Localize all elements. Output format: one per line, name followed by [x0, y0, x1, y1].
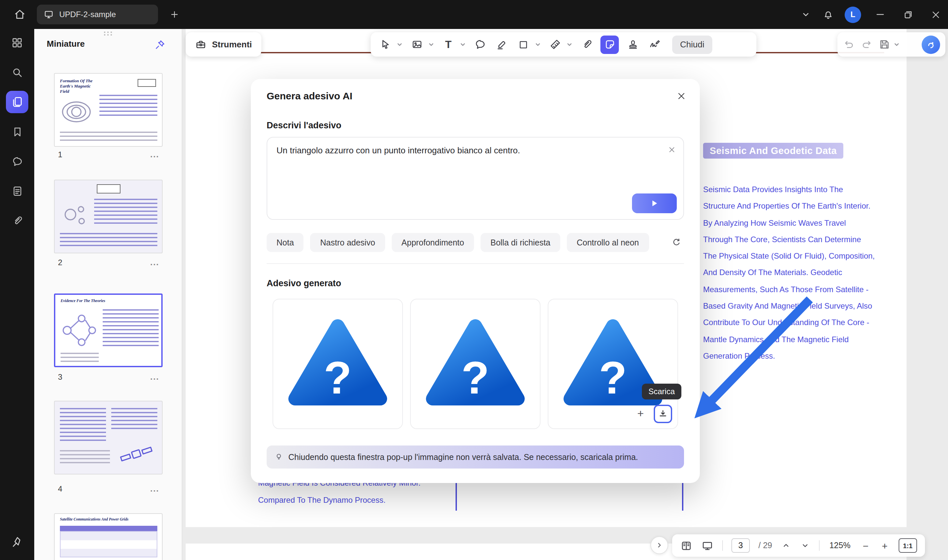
thumbnail-page-5[interactable]: Satellite Communications And Power Grids	[54, 513, 163, 560]
sticker-card-1[interactable]: ?	[273, 299, 403, 429]
modal-close-button[interactable]	[674, 88, 689, 104]
previous-page-button[interactable]	[781, 540, 791, 551]
doc-section-heading: Seismic And Geodetic Data	[703, 143, 843, 158]
thumbnail-text-lines	[60, 233, 157, 249]
comment-tool[interactable]	[472, 37, 488, 52]
signature-tool[interactable]	[646, 37, 662, 52]
pen-nib-icon	[11, 535, 24, 549]
chevron-down-icon[interactable]	[459, 41, 466, 48]
sidebar-item-summary[interactable]	[6, 180, 28, 202]
sticker-card-2[interactable]: ?	[410, 299, 541, 429]
sticker-prompt-input[interactable]: Un triangolo azzurro con un punto interr…	[267, 137, 684, 220]
thumbnail-more-button[interactable]: ...	[148, 258, 162, 267]
save-button[interactable]	[878, 38, 891, 51]
minimize-button[interactable]	[872, 6, 889, 23]
close-window-button[interactable]	[927, 6, 944, 23]
redo-icon	[860, 38, 873, 51]
table-cell-border	[682, 479, 683, 511]
style-chip[interactable]: Nastro adesivo	[310, 233, 385, 252]
sidebar-item-home-grid[interactable]	[6, 32, 28, 54]
stamp-tool[interactable]	[625, 37, 641, 52]
measure-tool[interactable]	[547, 37, 563, 52]
page-number-input[interactable]: 3	[731, 538, 750, 553]
text-tool[interactable]: T	[441, 37, 456, 52]
expand-statusbar-button[interactable]	[650, 536, 668, 554]
download-sticker-button[interactable]	[654, 405, 672, 423]
chevron-down-icon[interactable]	[893, 41, 900, 48]
page-layout-button[interactable]	[680, 539, 692, 552]
restore-icon	[902, 9, 913, 20]
highlighter-tool[interactable]	[494, 37, 510, 52]
image-frame-tool[interactable]	[409, 37, 425, 52]
style-chip[interactable]: Approfondimento	[392, 233, 474, 252]
thumbnail-text-lines	[111, 408, 157, 430]
document-tab[interactable]: UPDF-2-sample	[37, 5, 158, 25]
titlebar-right-controls: L	[800, 0, 944, 29]
chevron-down-icon[interactable]	[566, 41, 573, 48]
document-icon	[11, 185, 23, 197]
new-tab-button[interactable]	[166, 6, 183, 23]
style-chip[interactable]: Controllo al neon	[567, 233, 649, 252]
thumbnail-page-4[interactable]	[54, 401, 163, 474]
chevron-down-icon[interactable]	[428, 41, 435, 48]
thumbnail-more-button[interactable]: ...	[148, 484, 162, 494]
question-mark-glyph: ?	[324, 352, 352, 403]
presentation-button[interactable]	[701, 539, 714, 552]
doc-text-line: By Analyzing How Seismic Waves Travel	[703, 215, 875, 232]
thumbnail-page-1[interactable]: Formation Of The Earth's Magnetic Field	[54, 73, 163, 147]
thumbnail-page-number: 3	[58, 372, 62, 382]
thumbnail-more-button[interactable]: ...	[148, 372, 162, 382]
account-avatar[interactable]: L	[845, 6, 861, 23]
sidebar-item-attachments[interactable]	[6, 209, 28, 232]
generate-button[interactable]	[632, 194, 677, 213]
style-chip[interactable]: Nota	[267, 233, 304, 252]
collapse-menu-button[interactable]	[800, 9, 812, 20]
undo-button[interactable]	[843, 38, 855, 51]
pin-panel-button[interactable]	[153, 37, 167, 52]
zoom-in-button[interactable]: +	[880, 540, 890, 551]
refresh-chips-button[interactable]	[668, 235, 684, 251]
add-sticker-button[interactable]: +	[633, 406, 649, 422]
sticker-tool-active[interactable]	[600, 35, 619, 54]
notifications-button[interactable]	[822, 9, 834, 20]
chevron-down-icon[interactable]	[396, 41, 403, 48]
doc-text-line: Generation Process.	[703, 348, 875, 365]
thumbnail-title: Evidence For The Theories	[60, 299, 140, 304]
next-page-button[interactable]	[800, 540, 811, 551]
maximize-button[interactable]	[899, 6, 916, 23]
redo-button[interactable]	[860, 38, 873, 51]
edit-mode-button[interactable]	[6, 531, 28, 554]
attach-tool[interactable]	[579, 37, 595, 52]
chevron-down-icon[interactable]	[535, 41, 541, 48]
shapes-tool[interactable]	[515, 37, 531, 52]
home-button[interactable]	[11, 5, 29, 24]
actual-size-button[interactable]: 1:1	[899, 538, 917, 553]
select-tool[interactable]	[377, 37, 393, 52]
zoom-level-label[interactable]: 125%	[828, 541, 852, 550]
square-icon	[518, 38, 529, 50]
send-icon	[649, 198, 660, 209]
thumbnail-page-2[interactable]	[54, 180, 163, 253]
thumbnail-title: Satellite Communications And Power Grids	[60, 517, 159, 522]
sticker-card-3[interactable]: ? Scarica +	[548, 299, 678, 429]
sidebar-item-search[interactable]	[6, 61, 28, 83]
tools-menu-button[interactable]: Strumenti	[186, 32, 261, 57]
pin-icon	[154, 39, 166, 51]
sticker-image-triangle: ?	[422, 315, 529, 413]
sidebar-item-thumbnails[interactable]	[6, 91, 28, 113]
signature-icon	[648, 38, 661, 51]
clear-prompt-button[interactable]	[665, 143, 678, 156]
panel-drag-handle[interactable]	[102, 32, 115, 36]
save-icon	[878, 38, 891, 51]
style-chip[interactable]: Bolla di richiesta	[481, 233, 560, 252]
thumbnail-page-3[interactable]: Evidence For The Theories	[54, 294, 163, 367]
zoom-out-button[interactable]: −	[860, 540, 871, 551]
modal-title: Genera adesivo AI	[267, 90, 353, 102]
sidebar-item-bookmarks[interactable]	[6, 120, 28, 143]
updf-ai-button[interactable]	[922, 35, 940, 54]
thumbnail-text-lines	[60, 450, 110, 466]
close-toolbar-button[interactable]: Chiudi	[672, 35, 712, 54]
chevron-down-icon	[800, 9, 812, 20]
thumbnail-more-button[interactable]: ...	[148, 150, 162, 159]
sidebar-item-comments[interactable]	[6, 150, 28, 172]
